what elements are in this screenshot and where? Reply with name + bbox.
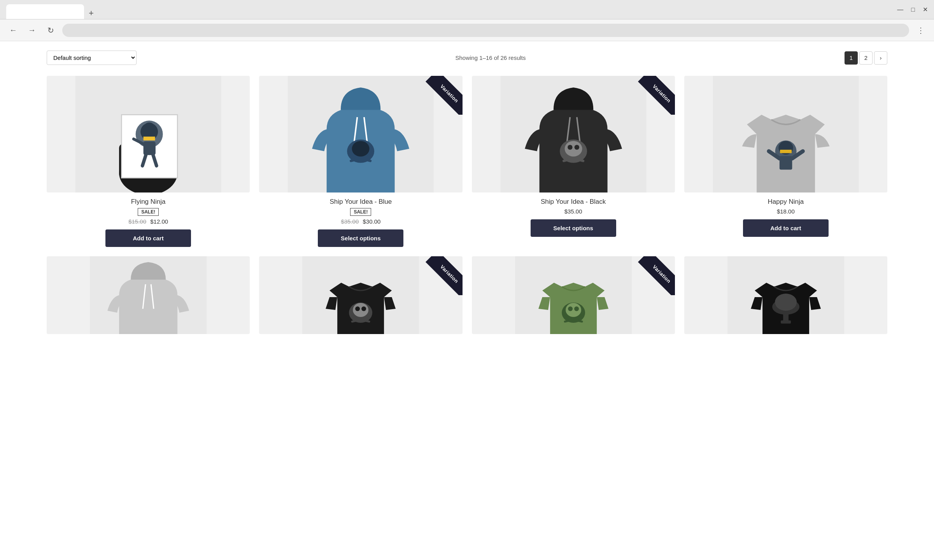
- page-2-button[interactable]: 2: [859, 51, 873, 65]
- sort-select[interactable]: Default sorting Sort by popularity Sort …: [47, 51, 137, 65]
- variation-badge-text: Variation: [638, 256, 675, 295]
- price-area: $35.00: [564, 208, 582, 215]
- product-card: Flying Ninja SALE! $15.00 $12.00 Add to …: [47, 76, 250, 247]
- product-image-ship-blue: Variation: [259, 76, 462, 192]
- page-1-button[interactable]: 1: [845, 51, 858, 65]
- new-tab-button[interactable]: +: [84, 7, 98, 19]
- svg-rect-57: [781, 320, 791, 324]
- product-title: Flying Ninja: [131, 198, 166, 206]
- price-area: $35.00 $30.00: [341, 218, 380, 225]
- product-grid: Flying Ninja SALE! $15.00 $12.00 Add to …: [47, 76, 887, 334]
- maximize-button[interactable]: □: [911, 6, 915, 13]
- select-options-button[interactable]: Select options: [531, 219, 616, 237]
- add-to-cart-button[interactable]: Add to cart: [105, 229, 191, 247]
- svg-point-8: [144, 122, 155, 134]
- price-area: $18.00: [777, 208, 795, 215]
- browser-menu-button[interactable]: ⋮: [914, 24, 928, 37]
- product-card: [684, 256, 887, 334]
- product-title: Happy Ninja: [768, 198, 804, 206]
- product-image-flying-ninja: [47, 76, 250, 192]
- sale-badge: SALE!: [138, 208, 159, 216]
- svg-point-26: [574, 145, 579, 150]
- product-image-gray-hoodie: [47, 256, 250, 334]
- svg-point-41: [353, 303, 368, 317]
- window-controls: — □ ✕: [897, 6, 928, 13]
- product-card: Happy Ninja $18.00 Add to cart: [684, 76, 887, 247]
- svg-point-43: [361, 306, 366, 311]
- svg-rect-32: [780, 150, 792, 153]
- svg-point-17: [352, 141, 370, 157]
- product-title: Ship Your Idea - Blue: [330, 198, 392, 206]
- product-image-green-shirt: Variation: [472, 256, 675, 334]
- product-card: Variation Ship Your Idea - Black $35.00 …: [472, 76, 675, 247]
- address-bar[interactable]: [62, 24, 909, 37]
- svg-rect-9: [144, 142, 156, 155]
- pagination: 1 2 ›: [845, 51, 887, 65]
- browser-tab[interactable]: [6, 4, 84, 19]
- price-new: $30.00: [363, 218, 380, 225]
- svg-point-48: [566, 303, 581, 317]
- variation-badge-text: Variation: [638, 76, 675, 115]
- forward-button[interactable]: →: [25, 23, 39, 37]
- variation-badge: Variation: [424, 256, 463, 295]
- price-new: $12.00: [150, 218, 168, 225]
- shop-toolbar: Default sorting Sort by popularity Sort …: [47, 51, 887, 65]
- reload-button[interactable]: ↻: [44, 23, 58, 37]
- sale-badge: SALE!: [350, 208, 371, 216]
- svg-point-55: [775, 294, 797, 311]
- tab-area: +: [6, 0, 894, 19]
- variation-badge: Variation: [424, 76, 463, 115]
- svg-point-25: [568, 145, 573, 150]
- price-area: $15.00 $12.00: [128, 218, 168, 225]
- price-old: $15.00: [128, 218, 146, 225]
- browser-toolbar: ← → ↻ ⋮: [0, 19, 934, 41]
- svg-point-42: [355, 306, 360, 311]
- product-card: Variation: [472, 256, 675, 334]
- svg-point-50: [574, 306, 579, 311]
- product-card: Variation: [259, 256, 462, 334]
- price-regular: $35.00: [564, 208, 582, 215]
- add-to-cart-button[interactable]: Add to cart: [743, 219, 829, 237]
- product-image-happy-ninja: [684, 76, 887, 192]
- page-next-button[interactable]: ›: [874, 51, 887, 65]
- price-regular: $18.00: [777, 208, 795, 215]
- variation-badge: Variation: [636, 76, 675, 115]
- variation-badge-text: Variation: [425, 76, 462, 115]
- back-button[interactable]: ←: [6, 23, 20, 37]
- svg-point-49: [568, 306, 573, 311]
- variation-badge-text: Variation: [425, 256, 462, 295]
- product-image-ship-black: Variation: [472, 76, 675, 192]
- product-title: Ship Your Idea - Black: [541, 198, 606, 206]
- product-image-black-ninja: [684, 256, 887, 334]
- close-button[interactable]: ✕: [923, 6, 928, 13]
- product-card: [47, 256, 250, 334]
- product-image-black-skull: Variation: [259, 256, 462, 334]
- product-card: Variation Ship Your Idea - Blue SALE! $3…: [259, 76, 462, 247]
- select-options-button[interactable]: Select options: [318, 229, 403, 247]
- results-text: Showing 1–16 of 26 results: [456, 54, 526, 61]
- browser-titlebar: + — □ ✕: [0, 0, 934, 19]
- variation-badge: Variation: [636, 256, 675, 295]
- svg-point-24: [564, 141, 582, 157]
- page-content: Default sorting Sort by popularity Sort …: [0, 41, 934, 560]
- svg-rect-7: [144, 136, 155, 140]
- price-old: $35.00: [341, 218, 359, 225]
- minimize-button[interactable]: —: [897, 6, 903, 13]
